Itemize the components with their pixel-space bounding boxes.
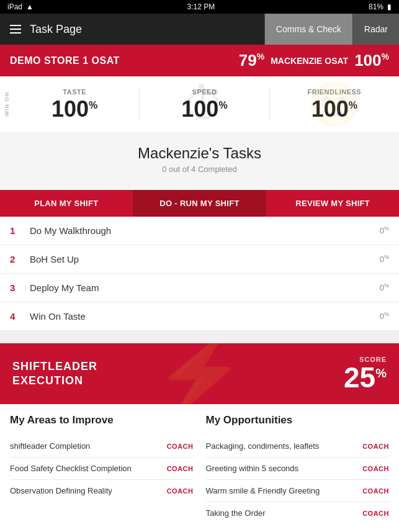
area-text-1: shiftleader Completion [10,441,90,451]
opp-text-4: Taking the Order [206,508,266,518]
task-item-2[interactable]: 2 BoH Set Up 0% [0,245,399,274]
carrier-label: iPad [7,2,22,11]
task-number-2: 2 [10,254,22,264]
opp-item-4: Taking the Order COACH [206,502,390,524]
areas-title: My Areas to Improve [10,414,194,426]
opp-text-3: Warm smile & Friendly Greeting [206,486,320,495]
metric-speed: ⏱ SPEED 100% [140,88,269,120]
metric-friendliness: 😊 FRIENDLINESS 100% [270,88,399,120]
task-name-2: BoH Set Up [30,254,380,264]
task-name-3: Deploy My Team [30,282,380,293]
metrics-row: WIN ON TASTE 100% ⏱ SPEED 100% 😊 FRIENDL… [0,76,399,132]
metric-taste: TASTE 100% [10,88,139,120]
opp-item-1: Packaging, condiments, leaflets COACH [206,435,390,458]
speed-label: SPEED [140,88,269,96]
battery-label: 81% [369,2,383,11]
tasks-title: Mackenzie's Tasks [0,145,399,162]
bottom-section: My Areas to Improve shiftleader Completi… [0,404,399,532]
task-number-4: 4 [10,311,22,322]
area-text-3: Observation Defining Reality [10,486,112,495]
area-item-3: Observation Defining Reality COACH [10,480,194,502]
store-osat-score: 79% [239,51,264,70]
nav-buttons: Comms & Check Radar [264,14,399,45]
task-name-4: Win On Taste [30,311,380,322]
mackenzie-osat-score: 100% [354,51,389,70]
radar-button[interactable]: Radar [352,14,399,45]
task-score-4: 0% [380,311,389,321]
store-name: DEMO STORE 1 OSAT [10,55,120,66]
task-score-1: 0% [380,225,389,235]
task-item-4[interactable]: 4 Win On Taste 0% [0,302,399,331]
opp-badge-1: COACH [362,443,389,450]
osat-label: MACKENZIE OSAT [271,56,348,66]
score-value: 25% [344,363,387,392]
task-number-3: 3 [10,282,22,293]
time-display: 3:12 PM [187,2,215,11]
store-banner: DEMO STORE 1 OSAT 79% MACKENZIE OSAT 100… [0,45,399,76]
opp-text-1: Packaging, condiments, leaflets [206,441,320,451]
task-number-1: 1 [10,225,22,236]
nav-title: Task Page [30,23,82,36]
opp-item-3: Warm smile & Friendly Greeting COACH [206,480,390,502]
tasks-section: Mackenzie's Tasks 0 out of 4 Completed [0,132,399,190]
tab-row: PLAN MY SHIFT DO - RUN MY SHIFT REVIEW M… [0,190,399,217]
shiftleader-banner: ⚡ SHIFTLEADER EXECUTION SCORE 25% [0,343,399,404]
speed-value: 100% [140,98,269,120]
osat-block: 79% MACKENZIE OSAT 100% [239,51,389,70]
opp-text-2: Greeting within 5 seconds [206,464,299,473]
opp-item-2: Greeting within 5 seconds COACH [206,458,390,480]
tab-run-shift[interactable]: DO - RUN MY SHIFT [133,190,267,217]
opp-badge-2: COACH [362,465,389,472]
opp-badge-4: COACH [362,510,389,517]
area-item-2: Food Safety Checklist Completion COACH [10,458,194,480]
score-block: SCORE 25% [344,356,387,392]
tasks-subtitle: 0 out of 4 Completed [0,165,399,174]
spacer-1 [0,331,399,337]
area-badge-1: COACH [167,443,194,450]
task-score-3: 0% [380,282,389,292]
task-score-2: 0% [380,254,389,264]
taste-value: 100% [10,98,139,120]
friendliness-label: FRIENDLINESS [270,88,399,96]
task-list: 1 Do My Walkthrough 0% 2 BoH Set Up 0% 3… [0,217,399,331]
area-item-1: shiftleader Completion COACH [10,435,194,458]
tab-plan-shift[interactable]: PLAN MY SHIFT [0,190,133,217]
status-bar: iPad ▲ 3:12 PM 81% ▮ [0,0,399,14]
area-badge-2: COACH [167,465,194,472]
areas-to-improve: My Areas to Improve shiftleader Completi… [10,414,194,524]
area-text-2: Food Safety Checklist Completion [10,464,132,473]
wifi-icon: ▲ [26,2,34,11]
area-badge-3: COACH [167,487,194,495]
opportunities-title: My Opportunities [206,414,390,426]
task-item-1[interactable]: 1 Do My Walkthrough 0% [0,217,399,245]
comms-check-button[interactable]: Comms & Check [264,14,352,45]
taste-label: TASTE [10,88,139,96]
hamburger-menu[interactable] [7,22,24,36]
task-name-1: Do My Walkthrough [30,225,380,236]
task-item-3[interactable]: 3 Deploy My Team 0% [0,274,399,302]
win-on-label: WIN ON [4,92,10,117]
opp-badge-3: COACH [362,487,389,495]
opportunities: My Opportunities Packaging, condiments, … [206,414,390,524]
battery-icon: ▮ [387,2,392,11]
tab-review-shift[interactable]: REVIEW MY SHIFT [266,190,399,217]
friendliness-value: 100% [270,98,399,120]
shiftleader-title: SHIFTLEADER EXECUTION [12,359,97,389]
nav-bar: Task Page Comms & Check Radar [0,14,399,45]
